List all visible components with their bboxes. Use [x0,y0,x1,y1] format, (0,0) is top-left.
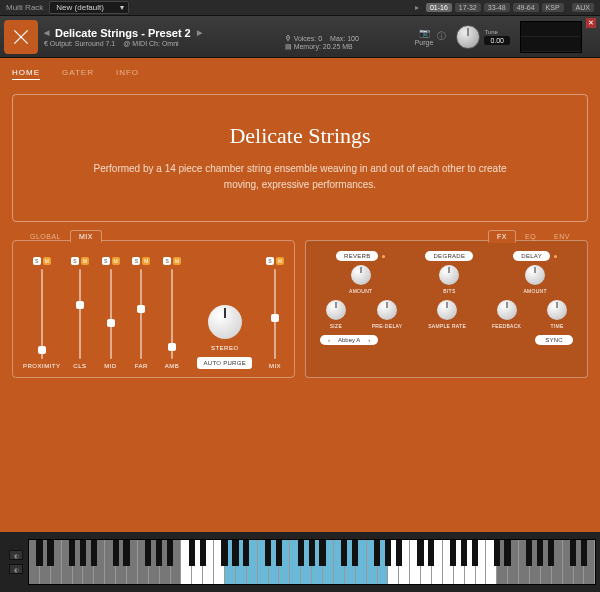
multi-dropdown[interactable]: New (default) [49,1,129,14]
mute-button[interactable]: M [276,257,284,265]
voices-value: 0 [318,35,322,42]
autopurge-button[interactable]: AUTO PURGE [197,357,252,369]
voices-label: Voices: [294,35,317,42]
subtab-global[interactable]: GLOBAL [21,230,70,242]
max-label: Max: [330,35,345,42]
channel-chip-1[interactable]: 01-16 [426,3,452,12]
instrument-header: Delicate Strings - Preset 2 € Output: Su… [0,16,600,58]
subtab-env[interactable]: ENV [545,230,579,242]
tune-knob[interactable] [456,25,480,49]
fader-amb[interactable] [171,269,173,359]
delay-indicator-icon [554,255,557,258]
output-meter [520,21,582,53]
modwheel-button[interactable]: ◐ [9,564,23,574]
solo-button[interactable]: S [266,257,274,265]
channel-mix: SM MIX [266,257,284,369]
solo-button[interactable]: S [102,257,110,265]
reverb-section: REVERB AMOUNT [336,251,385,294]
channel-cls: SM CLS [69,257,92,369]
tab-gater[interactable]: GATER [62,68,94,80]
tune-section: Tune 0.00 [456,25,510,49]
preset-title[interactable]: Delicate Strings - Preset 2 [44,27,285,39]
mute-button[interactable]: M [81,257,89,265]
channel-far: SM FAR [130,257,153,369]
mute-button[interactable]: M [173,257,181,265]
output-value[interactable]: Surround 7.1 [75,40,115,47]
reverb-predelay-knob[interactable] [377,300,397,320]
degrade-toggle[interactable]: DEGRADE [425,251,473,261]
instrument-main: HOME GATER INFO Delicate Strings Perform… [0,58,600,532]
info-icon[interactable]: ⓘ [437,30,446,43]
reverb-preset-selector[interactable]: Abbey A [320,335,378,345]
solo-button[interactable]: S [132,257,140,265]
sync-button[interactable]: SYNC [535,335,573,345]
mute-button[interactable]: M [112,257,120,265]
close-button[interactable]: ✕ [586,18,596,28]
subtab-eq[interactable]: EQ [516,230,545,242]
virtual-keyboard[interactable] [28,539,596,585]
degrade-section: DEGRADE BITS [425,251,473,294]
channel-chip-ksp[interactable]: KSP [542,3,564,12]
tab-info[interactable]: INFO [116,68,139,80]
stereo-label: STEREO [211,345,239,351]
memory-label: Memory: [294,43,321,50]
purge-button[interactable]: Purge [415,39,434,46]
fader-proximity[interactable] [41,269,43,359]
pitchbend-button[interactable]: ◐ [9,550,23,560]
chevron-right-icon[interactable]: ▸ [415,3,419,12]
tune-display[interactable]: 0.00 [484,36,510,45]
keyboard-section: ◐ ◐ [0,532,600,592]
channel-chip-3[interactable]: 33-48 [484,3,510,12]
solo-button[interactable]: S [71,257,79,265]
stereo-knob[interactable] [208,305,242,339]
tab-home[interactable]: HOME [12,68,40,80]
subtab-mix[interactable]: MIX [70,230,102,243]
midi-value[interactable]: Omni [162,40,179,47]
degrade-bits-knob[interactable] [439,265,459,285]
channel-mid: SM MID [99,257,122,369]
camera-icon[interactable]: 📷 [419,28,430,38]
mute-button[interactable]: M [142,257,150,265]
stereo-column: STEREO AUTO PURGE [197,305,252,369]
reverb-toggle[interactable]: REVERB [336,251,378,261]
channel-amb: SM AMB [161,257,184,369]
mute-button[interactable]: M [43,257,51,265]
delay-feedback-knob[interactable] [497,300,517,320]
channel-chip-2[interactable]: 17-32 [455,3,481,12]
solo-button[interactable]: S [163,257,171,265]
degrade-samplerate-knob[interactable] [437,300,457,320]
fader-mix[interactable] [274,269,276,359]
app-topbar: Multi Rack New (default) ▸ 01-16 17-32 3… [0,0,600,16]
fader-far[interactable] [140,269,142,359]
tune-label: Tune [484,29,510,35]
aux-chip[interactable]: AUX [572,3,594,12]
channel-proximity: SM PROXIMITY [23,257,61,369]
delay-time-knob[interactable] [547,300,567,320]
solo-button[interactable]: S [33,257,41,265]
subtab-fx[interactable]: FX [488,230,516,243]
delay-toggle[interactable]: DELAY [513,251,550,261]
instrument-logo-icon [4,20,38,54]
delay-section: DELAY AMOUNT [513,251,557,294]
reverb-size-knob[interactable] [326,300,346,320]
channel-chip-4[interactable]: 49-64 [513,3,539,12]
delay-amount-knob[interactable] [525,265,545,285]
fader-mid[interactable] [110,269,112,359]
hero-panel: Delicate Strings Performed by a 14 piece… [12,94,588,222]
hero-title: Delicate Strings [53,123,547,149]
topbar-label: Multi Rack [6,3,43,12]
memory-value: 20.25 MB [323,43,353,50]
reverb-indicator-icon [382,255,385,258]
fx-panel: FX EQ ENV REVERB AMOUNT DEGRADE BITS DEL… [305,240,588,378]
main-tabs: HOME GATER INFO [12,68,588,80]
fader-cls[interactable] [79,269,81,359]
max-value[interactable]: 100 [347,35,359,42]
midi-label: MIDI Ch: [132,40,160,47]
reverb-amount-knob[interactable] [351,265,371,285]
hero-description: Performed by a 14 piece chamber string e… [90,161,510,193]
output-label: Output: [50,40,73,47]
mix-panel: GLOBAL MIX SM PROXIMITY SM CLS SM MID [12,240,295,378]
